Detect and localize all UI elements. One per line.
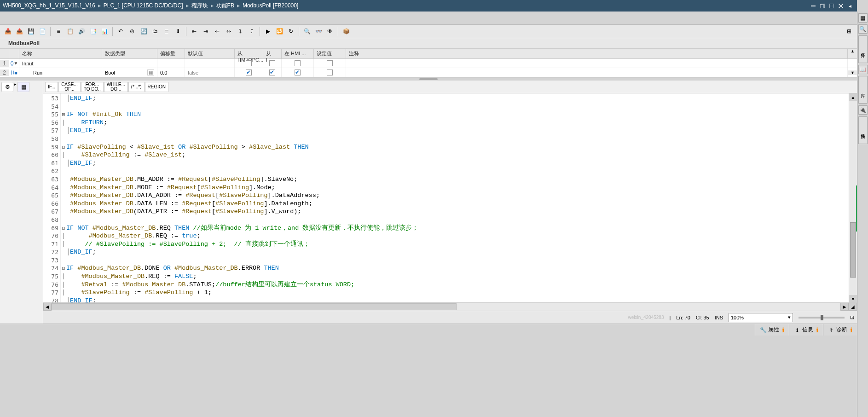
- col-hmi1[interactable]: 从 HMI/OPC...: [235, 49, 263, 58]
- code-editor[interactable]: │END_IF; IF NOT #Init_Ok THEN RETURN;│EN…: [66, 93, 849, 302]
- zoom-combo[interactable]: 100%▾: [729, 313, 793, 322]
- bottom-tab[interactable]: ℹ信息ℹ: [789, 324, 823, 336]
- toolbar-btn-9[interactable]: 📊: [99, 26, 110, 36]
- scroll-right-icon[interactable]: ▶: [840, 303, 849, 311]
- scroll-resize-icon[interactable]: ◢: [849, 303, 857, 311]
- col-hmi3[interactable]: 在 HMI ...: [282, 49, 314, 58]
- rail-tasks[interactable]: 任务: [858, 35, 868, 63]
- col-comment[interactable]: 注释: [346, 49, 848, 58]
- keyword-snippet-button[interactable]: (*...*): [128, 82, 145, 92]
- keyword-snippet-button[interactable]: IF...: [45, 82, 58, 92]
- toolbar-btn-12[interactable]: 🔄: [139, 26, 149, 36]
- maximize-button[interactable]: [827, 2, 836, 10]
- toolbar-btn-27[interactable]: 👁: [325, 26, 335, 36]
- favorites-block-icon[interactable]: ▦: [17, 82, 29, 92]
- toolbar-btn-26[interactable]: 👓: [313, 26, 324, 36]
- zoom-fit-icon[interactable]: ⊡: [850, 314, 854, 320]
- toolbar-btn-18[interactable]: ⇐: [212, 26, 222, 36]
- scroll-up-icon[interactable]: ▲: [849, 93, 857, 101]
- keyword-snippet-button[interactable]: CASE...OF...: [58, 82, 81, 92]
- toolbar-btn-24[interactable]: ↻: [286, 26, 296, 36]
- toolbar-btn-7[interactable]: 🔊: [76, 26, 87, 36]
- bottom-tab[interactable]: ⚕诊断ℹ: [823, 324, 857, 336]
- cell-type[interactable]: Bool▦: [102, 68, 157, 77]
- toolbar-btn-22[interactable]: ▶: [263, 26, 273, 36]
- scroll-thumb[interactable]: [850, 222, 856, 278]
- scroll-left-icon[interactable]: ◀: [43, 303, 52, 311]
- col-offset[interactable]: 偏移量: [157, 49, 185, 58]
- param-row[interactable]: 1 ⟨⟩▼ Input: [0, 59, 857, 68]
- rail-plugin-icon[interactable]: 🔌: [858, 105, 868, 115]
- toolbar-btn-10[interactable]: ↶: [116, 26, 126, 36]
- param-row[interactable]: 2 ⟨⟩■ Run Bool▦ 0.0 false ▼: [0, 68, 857, 77]
- cell-offset[interactable]: 0.0: [157, 68, 185, 77]
- checkbox[interactable]: [327, 70, 333, 75]
- toolbar-btn-5[interactable]: ≡: [53, 26, 64, 36]
- favorites-toggle-icon[interactable]: ⚙: [1, 82, 13, 92]
- horizontal-scrollbar[interactable]: ◀ ▶ ◢: [43, 302, 857, 311]
- restore-button[interactable]: [818, 2, 827, 10]
- cell-name[interactable]: Run: [19, 68, 102, 77]
- rail-libraries[interactable]: 库: [858, 76, 868, 104]
- toolbar-btn-19[interactable]: ⇔: [224, 26, 234, 36]
- toolbar-btn-pane[interactable]: ⊞: [844, 26, 854, 36]
- row-number: 2: [0, 70, 9, 76]
- checkbox[interactable]: [246, 60, 252, 66]
- toolbar-btn-28[interactable]: 📦: [341, 26, 351, 36]
- toolbar-btn-15[interactable]: ⬇: [173, 26, 183, 36]
- bottom-tab[interactable]: 🔧属性ℹ: [755, 324, 789, 336]
- cell-comment[interactable]: [346, 59, 848, 68]
- checkbox[interactable]: [269, 70, 275, 75]
- cell-type[interactable]: [102, 59, 157, 68]
- cell-offset[interactable]: [157, 59, 185, 68]
- checkbox[interactable]: [327, 60, 333, 66]
- collapse-arrow-icon[interactable]: ◂: [846, 2, 854, 10]
- checkbox[interactable]: [295, 70, 301, 75]
- scroll-down-icon[interactable]: ▼: [849, 295, 857, 302]
- toolbar-btn-16[interactable]: ⇤: [189, 26, 199, 36]
- toolbar-btn-2[interactable]: 📤: [14, 26, 24, 36]
- zoom-slider[interactable]: [799, 317, 845, 319]
- close-button[interactable]: [837, 2, 845, 10]
- toolbar-btn-6[interactable]: 📋: [65, 26, 75, 36]
- keyword-snippet-button[interactable]: WHILE...DO...: [104, 82, 128, 92]
- toolbar-btn-21[interactable]: ⤴: [247, 26, 257, 36]
- keyword-snippet-button[interactable]: REGION: [145, 82, 168, 92]
- hscroll-thumb[interactable]: [52, 303, 457, 310]
- scroll-down-icon[interactable]: ▼: [851, 70, 855, 75]
- toolbar-btn-3[interactable]: 💾: [26, 26, 36, 36]
- toolbar-btn-20[interactable]: ⤵: [235, 26, 245, 36]
- vertical-scrollbar[interactable]: ▲ ▼: [849, 93, 857, 302]
- col-set[interactable]: 设定值: [314, 49, 346, 58]
- toolbar-btn-1[interactable]: 📥: [3, 26, 13, 36]
- toolbar-btn-25[interactable]: 🔍: [302, 26, 312, 36]
- cell-default[interactable]: [185, 59, 235, 68]
- toolbar-btn-23[interactable]: 🔁: [274, 26, 284, 36]
- type-picker-icon[interactable]: ▦: [147, 70, 154, 75]
- fold-gutter[interactable]: ⊟│⊟│⊟││⊟│││: [61, 93, 66, 302]
- minimize-button[interactable]: [809, 2, 817, 10]
- toolbar-btn-13[interactable]: 🗂: [150, 26, 160, 36]
- toolbar-btn-14[interactable]: ≣: [162, 26, 172, 36]
- col-type[interactable]: 数据类型: [102, 49, 157, 58]
- expand-icon[interactable]: ▼: [14, 61, 18, 66]
- cell-comment[interactable]: [346, 68, 848, 77]
- cell-default[interactable]: false: [185, 68, 235, 77]
- keyword-snippet-button[interactable]: FOR...TO DO..: [81, 82, 104, 92]
- toolbar-btn-4[interactable]: 📄: [37, 26, 47, 36]
- checkbox[interactable]: [295, 60, 301, 66]
- rail-search-icon[interactable]: 🔍: [858, 24, 868, 34]
- scroll-up-icon[interactable]: ▲: [851, 49, 855, 53]
- col-hmi2[interactable]: 从 H...: [263, 49, 282, 58]
- toolbar-btn-8[interactable]: 📑: [88, 26, 98, 36]
- checkbox[interactable]: [246, 70, 252, 75]
- rail-book-icon[interactable]: 📖: [858, 65, 868, 74]
- col-name[interactable]: 名称: [19, 49, 102, 58]
- toolbar-btn-17[interactable]: ⇥: [201, 26, 211, 36]
- col-default[interactable]: 默认值: [185, 49, 235, 58]
- cell-name[interactable]: Input: [19, 59, 102, 68]
- checkbox[interactable]: [269, 60, 275, 66]
- rail-addins[interactable]: 插件: [858, 116, 868, 144]
- rail-top-icon[interactable]: ▦: [858, 13, 868, 23]
- toolbar-btn-11[interactable]: ⊘: [127, 26, 137, 36]
